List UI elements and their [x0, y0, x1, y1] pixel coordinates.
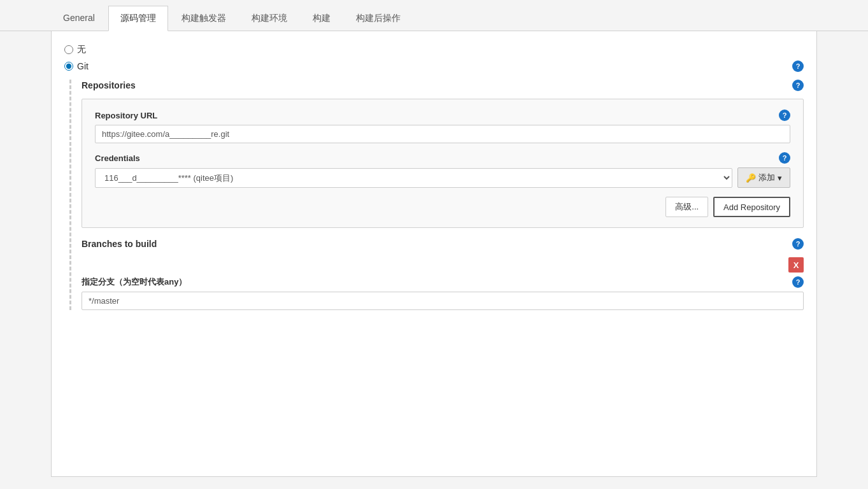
- branches-header: Branches to build ?: [82, 238, 804, 250]
- key-icon: 🔑: [746, 173, 756, 183]
- radio-none-label: 无: [77, 44, 86, 55]
- branch-specifier-help-icon[interactable]: ?: [792, 276, 804, 288]
- repositories-header: Repositories ?: [82, 80, 804, 91]
- branches-title: Branches to build: [82, 239, 157, 249]
- action-row: 高级... Add Repository: [95, 197, 790, 217]
- branches-section: Branches to build ? X 指定分支（为空时代表any） ?: [82, 238, 804, 310]
- credentials-header: Credentials ?: [95, 152, 790, 164]
- tab-general[interactable]: General: [51, 6, 107, 31]
- tab-source[interactable]: 源码管理: [108, 6, 168, 31]
- add-credentials-label: 添加: [758, 172, 775, 183]
- repo-url-header: Repository URL ?: [95, 110, 790, 121]
- radio-none-input[interactable]: [64, 45, 73, 54]
- repo-url-input[interactable]: [95, 125, 790, 143]
- remove-branch-button[interactable]: X: [788, 257, 804, 273]
- repo-url-label: Repository URL: [95, 111, 157, 120]
- tab-post[interactable]: 构建后操作: [344, 6, 413, 31]
- repo-url-field: Repository URL ?: [95, 110, 790, 143]
- radio-git-input[interactable]: [64, 62, 73, 71]
- tab-build[interactable]: 构建: [301, 6, 343, 31]
- tab-env[interactable]: 构建环境: [239, 6, 299, 31]
- add-repository-button[interactable]: Add Repository: [713, 197, 790, 217]
- advanced-button[interactable]: 高级...: [665, 197, 708, 217]
- credentials-row: 116___d_________**** (qitee项目) 🔑 添加 ▾: [95, 167, 790, 188]
- repo-url-help-icon[interactable]: ?: [779, 110, 790, 121]
- radio-git: Git ?: [64, 60, 804, 72]
- tab-trigger[interactable]: 构建触发器: [169, 6, 238, 31]
- radio-group: 无 Git ?: [64, 44, 804, 72]
- git-help-icon[interactable]: ?: [792, 60, 804, 72]
- branch-specifier-label: 指定分支（为空时代表any）: [82, 276, 187, 288]
- content-area: 无 Git ? Repositories ?: [51, 31, 817, 477]
- radio-none: 无: [64, 44, 804, 55]
- page-wrapper: General 源码管理 构建触发器 构建环境 构建 构建后操作 无 Git ?: [0, 0, 868, 489]
- git-section: Repositories ? Repository URL ? Credenti…: [69, 80, 804, 310]
- add-credentials-button[interactable]: 🔑 添加 ▾: [737, 167, 790, 188]
- tabs-bar: General 源码管理 构建触发器 构建环境 构建 构建后操作: [0, 0, 868, 31]
- branches-help-icon[interactable]: ?: [792, 238, 804, 250]
- branch-specifier-field: 指定分支（为空时代表any） ?: [82, 276, 804, 310]
- credentials-select[interactable]: 116___d_________**** (qitee项目): [95, 168, 732, 188]
- branch-specifier-header: 指定分支（为空时代表any） ?: [82, 276, 804, 288]
- dropdown-arrow-icon: ▾: [778, 173, 782, 183]
- credentials-field: Credentials ? 116___d_________**** (qite…: [95, 152, 790, 188]
- credentials-help-icon[interactable]: ?: [779, 152, 790, 164]
- radio-git-label: Git: [77, 61, 89, 71]
- branch-specifier-input[interactable]: [82, 292, 804, 310]
- repositories-help-icon[interactable]: ?: [792, 80, 804, 91]
- repositories-title: Repositories: [82, 80, 136, 90]
- credentials-label: Credentials: [95, 153, 140, 163]
- repo-card: Repository URL ? Credentials ? 116___d__…: [82, 99, 804, 228]
